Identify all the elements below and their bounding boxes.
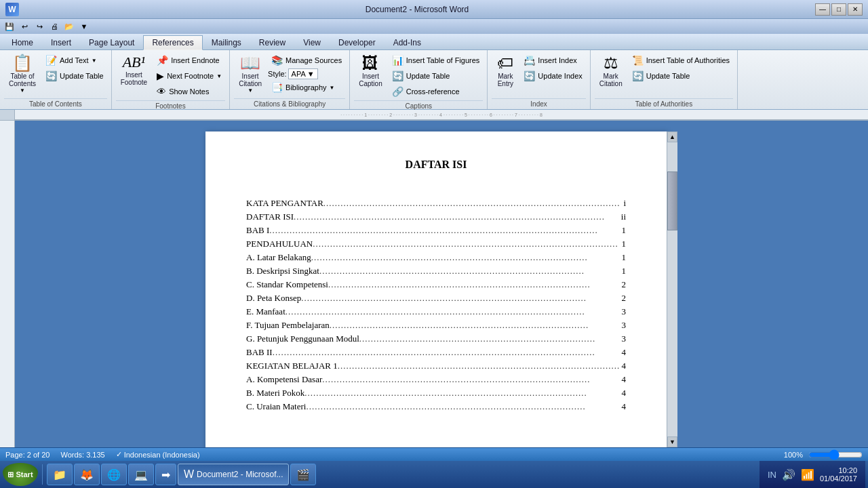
bibliography-button[interactable]: 📑 Bibliography ▼ [268, 80, 345, 95]
tab-review[interactable]: Review [250, 35, 294, 49]
toc-dots: ........................................… [301, 293, 620, 304]
mark-citation-button[interactable]: ⚖ MarkCitation [595, 53, 627, 89]
insert-footnote-button[interactable]: AB¹ InsertFootnote [116, 53, 152, 88]
taskbar-word[interactable]: W Document2 - Microsof... [178, 464, 289, 485]
mark-entry-button[interactable]: 🏷 MarkEntry [492, 53, 519, 89]
toc-text: KEGIATAN BELAJAR 1 [246, 361, 338, 371]
footnotes-col: 📌 Insert Endnote ▶ Next Footnote ▼ 👁 Sho… [153, 53, 225, 99]
close-button[interactable]: ✕ [848, 3, 863, 16]
status-bar: Page: 2 of 20 Words: 3.135 ✓ Indonesian … [0, 447, 868, 461]
document-scroll-area[interactable]: DAFTAR ISI KATA PENGANTAR ..............… [15, 121, 868, 447]
save-qa-btn[interactable]: 💾 [3, 20, 16, 33]
toc-page: ii [620, 211, 626, 222]
print-qa-btn[interactable]: 🖨 [47, 20, 61, 33]
toc-text: A. Latar Belakang [246, 252, 311, 263]
lang-indicator: IN [768, 470, 776, 480]
tab-developer[interactable]: Developer [330, 35, 384, 49]
insert-table-auth-button[interactable]: 📜 Insert Table of Authorities [629, 53, 733, 68]
undo-qa-btn[interactable]: ↩ [18, 20, 31, 33]
manage-sources-button[interactable]: 📚 Manage Sources [268, 53, 345, 68]
maximize-button[interactable]: □ [831, 3, 846, 16]
taskbar-app3[interactable]: 💻 [128, 464, 154, 485]
caption-icon: 🖼 [362, 55, 378, 71]
style-dropdown-arrow: ▼ [307, 70, 315, 78]
minimize-button[interactable]: — [815, 3, 830, 16]
scroll-track[interactable] [667, 142, 677, 436]
taskbar-app4[interactable]: ➡ [155, 464, 176, 485]
group-authorities: ⚖ MarkCitation 📜 Insert Table of Authori… [591, 50, 738, 109]
system-tray: IN 🔊 📶 10:20 01/04/2017 [760, 461, 865, 488]
insert-endnote-button[interactable]: 📌 Insert Endnote [153, 53, 225, 68]
vertical-scrollbar[interactable]: ▲ ▼ [667, 131, 677, 447]
insert-citation-button[interactable]: 📖 InsertCitation ▼ [234, 53, 267, 96]
update-table2-button[interactable]: 🔄 Update Table [389, 68, 484, 83]
table-of-contents-button[interactable]: 📋 Table ofContents ▼ [4, 53, 41, 96]
group-footnotes-content: AB¹ InsertFootnote 📌 Insert Endnote ▶ Ne… [116, 53, 226, 99]
taskbar-firefox[interactable]: 🦊 [74, 464, 100, 485]
tab-references[interactable]: References [143, 35, 202, 50]
table-auth-icon: 📜 [632, 55, 644, 66]
cross-reference-button[interactable]: 🔗 Cross-reference [389, 84, 484, 99]
start-button[interactable]: ⊞ Start [3, 463, 38, 486]
style-dropdown[interactable]: APA ▼ [288, 68, 318, 79]
network-icon[interactable]: 📶 [801, 468, 814, 481]
mark-citation-icon: ⚖ [604, 55, 618, 71]
clock: 10:20 01/04/2017 [820, 466, 857, 483]
manage-sources-label: Manage Sources [285, 56, 342, 64]
toc-dots: ........................................… [311, 252, 620, 263]
page-info: Page: 2 of 20 [5, 451, 50, 459]
citations-col: 📚 Manage Sources Style: APA ▼ 📑 Bibliogr… [268, 53, 345, 95]
customise-qa-btn[interactable]: ▼ [77, 20, 91, 33]
tab-add-ins[interactable]: Add-Ins [384, 35, 430, 49]
tab-page-layout[interactable]: Page Layout [80, 35, 143, 49]
scroll-down-btn[interactable]: ▼ [667, 436, 677, 447]
next-footnote-icon: ▶ [157, 70, 164, 81]
update-table3-button[interactable]: 🔄 Update Table [629, 68, 733, 83]
scroll-thumb[interactable] [667, 171, 677, 230]
next-footnote-label: Next Footnote [167, 72, 214, 80]
redo-qa-btn[interactable]: ↪ [33, 20, 46, 33]
open-qa-btn[interactable]: 📂 [62, 20, 76, 33]
insert-table-figures-button[interactable]: 📊 Insert Table of Figures [389, 53, 484, 68]
endnote-label: Insert Endnote [171, 56, 220, 64]
toc-dots: ........................................… [306, 401, 620, 412]
toc-entries: KATA PENGANTAR .........................… [246, 198, 626, 412]
title-bar-left: W [5, 3, 19, 16]
taskbar-media[interactable]: 🎬 [290, 464, 316, 485]
table-auth-label: Insert Table of Authorities [646, 56, 730, 64]
toc-page: 4 [620, 388, 627, 399]
update-table-icon: 🔄 [45, 70, 57, 81]
tab-mailings[interactable]: Mailings [203, 35, 250, 49]
mark-citation-label: MarkCitation [599, 73, 623, 87]
captions-col: 📊 Insert Table of Figures 🔄 Update Table… [389, 53, 484, 99]
zoom-slider[interactable] [808, 449, 863, 460]
group-captions: 🖼 InsertCaption 📊 Insert Table of Figure… [350, 50, 488, 109]
toc-page: i [622, 198, 626, 209]
tab-home[interactable]: Home [3, 35, 42, 49]
show-notes-button[interactable]: 👁 Show Notes [153, 84, 225, 99]
toc-text: B. Deskripsi Singkat [246, 266, 319, 277]
vertical-ruler [0, 110, 15, 447]
toc-dots: ........................................… [328, 279, 620, 290]
toc-dots: ........................................… [313, 239, 620, 249]
citations-group-label: Citations & Bibliography [234, 98, 345, 109]
volume-icon[interactable]: 🔊 [782, 468, 795, 481]
tab-view[interactable]: View [294, 35, 330, 49]
authorities-group-label: Table of Authorities [595, 98, 733, 109]
tab-insert[interactable]: Insert [42, 35, 80, 49]
add-text-button[interactable]: 📝 Add Text ▼ [42, 53, 107, 68]
taskbar-explorer[interactable]: 📁 [47, 464, 73, 485]
bibliography-arrow: ▼ [330, 85, 335, 91]
update-index-button[interactable]: 🔄 Update Index [520, 68, 585, 83]
insert-caption-button[interactable]: 🖼 InsertCaption [354, 53, 387, 89]
next-footnote-button[interactable]: ▶ Next Footnote ▼ [153, 68, 225, 83]
insert-index-button[interactable]: 📇 Insert Index [520, 53, 585, 68]
scroll-up-btn[interactable]: ▲ [667, 131, 677, 142]
toc-entry: DAFTAR ISI .............................… [246, 211, 626, 222]
taskbar-chrome[interactable]: 🌐 [101, 464, 127, 485]
toc-entry: A. Kompetensi Dasar ....................… [246, 374, 626, 385]
cross-ref-icon: 🔗 [392, 86, 403, 97]
insert-index-icon: 📇 [524, 55, 535, 66]
add-text-icon: 📝 [45, 55, 57, 66]
update-table-button[interactable]: 🔄 Update Table [42, 68, 107, 83]
